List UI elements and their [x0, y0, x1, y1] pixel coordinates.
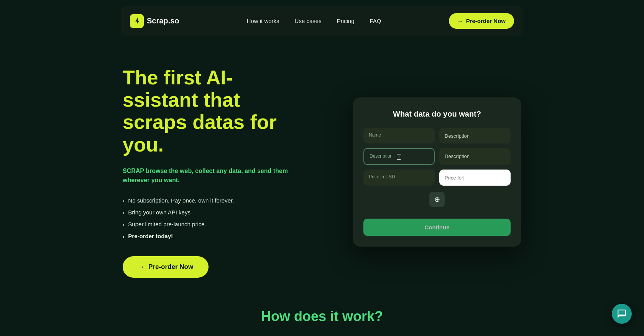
chevron-icon-3: ›: [123, 222, 124, 227]
nav-cta-arrow: →: [457, 18, 463, 24]
chevron-icon-2: ›: [123, 210, 124, 216]
hero-section: The first AI-ssistant that scraps datas …: [92, 36, 552, 301]
price-for-input[interactable]: [445, 175, 505, 181]
how-it-works-title: How does it work?: [0, 308, 644, 324]
field-description-1: Description: [439, 128, 511, 143]
field-description-3: Description: [439, 148, 511, 165]
bullet-text-1: No subscription. Pay once, own it foreve…: [128, 197, 234, 204]
form-grid: Name Description Description 𝙸 Descripti…: [363, 128, 511, 186]
hero-cta-arrow: →: [138, 263, 145, 271]
hero-bullets: › No subscription. Pay once, own it fore…: [123, 197, 307, 239]
ui-card: What data do you want? Name Description …: [353, 97, 521, 247]
continue-button[interactable]: Continue: [363, 219, 511, 236]
field-price-usd: Price in USD: [363, 170, 435, 186]
hero-right: What data do you want? Name Description …: [353, 97, 521, 247]
bullet-text-2: Bring your own API keys: [128, 209, 191, 216]
nav-cta-label: Pre-order Now: [466, 18, 506, 24]
field-desc-3-value: Description: [445, 153, 505, 159]
nav-link-pricing[interactable]: Pricing: [337, 18, 355, 24]
hero-cta-label: Pre-order Now: [148, 263, 193, 271]
plus-icon: ⊕: [434, 195, 440, 204]
add-field-button[interactable]: ⊕: [429, 192, 445, 207]
field-price-for[interactable]: [439, 170, 511, 186]
hero-subtitle: SCRAP browse the web, collect any data, …: [123, 166, 307, 185]
nav-links: How it works Use cases Pricing FAQ: [247, 18, 381, 25]
hero-title: The first AI-ssistant that scraps datas …: [123, 66, 307, 156]
ui-card-title: What data do you want?: [363, 110, 511, 119]
chat-button[interactable]: [612, 304, 632, 324]
hero-cta-button[interactable]: → Pre-order Now: [123, 256, 209, 278]
bullet-text-3: Super limited pre-launch price.: [128, 221, 206, 227]
navbar: Scrap.so How it works Use cases Pricing …: [121, 6, 523, 36]
chat-icon: [617, 309, 627, 319]
chevron-icon-4: ›: [123, 234, 124, 239]
field-name: Name: [363, 128, 435, 143]
bullet-1: › No subscription. Pay once, own it fore…: [123, 197, 307, 204]
logo[interactable]: Scrap.so: [130, 14, 179, 28]
nav-link-use-cases[interactable]: Use cases: [295, 18, 322, 24]
nav-link-faq[interactable]: FAQ: [370, 18, 381, 24]
bullet-text-4: Pre-order today!: [128, 233, 173, 239]
field-price-usd-label: Price in USD: [369, 174, 429, 180]
field-description-2: Description 𝙸: [363, 148, 435, 165]
nav-link-how-it-works[interactable]: How it works: [247, 18, 279, 24]
hero-left: The first AI-ssistant that scraps datas …: [123, 66, 307, 278]
nav-cta-button[interactable]: → Pre-order Now: [449, 13, 514, 29]
bullet-2: › Bring your own API keys: [123, 209, 307, 216]
field-name-label: Name: [369, 132, 429, 138]
logo-icon: [130, 14, 144, 28]
bullet-3: › Super limited pre-launch price.: [123, 221, 307, 227]
cursor-icon: 𝙸: [396, 152, 402, 162]
chevron-icon-1: ›: [123, 198, 124, 204]
how-it-works-teaser: How does it work?: [0, 301, 644, 336]
field-desc-1-value: Description: [445, 133, 505, 139]
bullet-4: › Pre-order today!: [123, 233, 307, 239]
logo-text: Scrap.so: [147, 16, 179, 25]
